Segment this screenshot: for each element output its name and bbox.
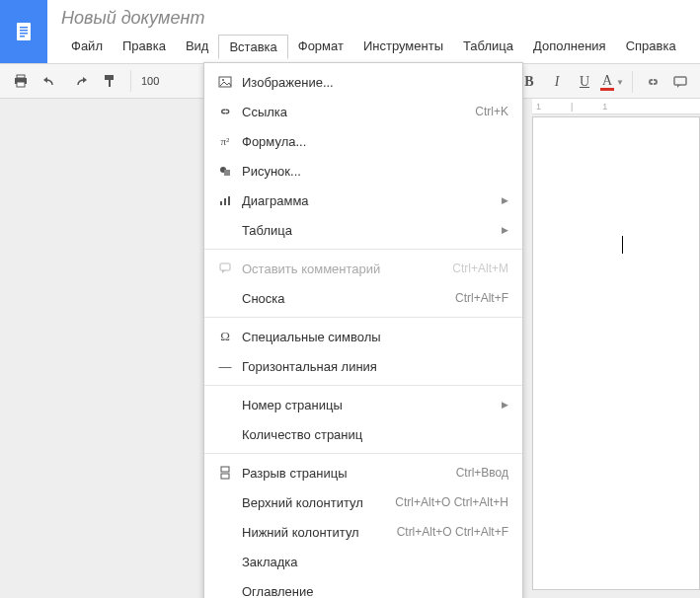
- app-logo[interactable]: [0, 0, 47, 63]
- svg-rect-7: [17, 82, 25, 87]
- submenu-arrow-icon: ▶: [502, 400, 508, 410]
- redo-icon: [72, 73, 88, 89]
- svg-rect-10: [674, 77, 686, 85]
- menu-label: Оглавление: [236, 584, 508, 599]
- drawing-icon: [214, 164, 236, 178]
- doc-title[interactable]: Новый документ: [61, 8, 690, 29]
- menu-item-table[interactable]: Таблица ▶: [204, 215, 522, 245]
- undo-button[interactable]: [38, 68, 63, 94]
- menu-item-bookmark[interactable]: Закладка: [204, 547, 522, 576]
- image-icon: [214, 75, 236, 89]
- ruler-mark: |: [571, 102, 573, 112]
- menu-item-page-number[interactable]: Номер страницы ▶: [204, 390, 522, 419]
- menu-label: Таблица: [236, 223, 502, 238]
- menu-edit[interactable]: Правка: [113, 35, 176, 59]
- menu-separator: [204, 317, 522, 318]
- menubar: Файл Правка Вид Вставка Формат Инструмен…: [61, 35, 690, 59]
- menu-item-chart[interactable]: Диаграмма ▶: [204, 186, 522, 215]
- menu-separator: [204, 453, 522, 454]
- menu-label: Номер страницы: [236, 398, 502, 412]
- svg-rect-18: [220, 263, 230, 270]
- menu-shortcut: Ctrl+K: [475, 105, 508, 118]
- document-page[interactable]: [532, 116, 700, 590]
- svg-rect-19: [221, 467, 229, 472]
- text-color-label: A: [602, 73, 612, 89]
- menu-insert[interactable]: Вставка: [218, 35, 287, 59]
- menu-item-comment: Оставить комментарий Ctrl+Alt+M: [204, 254, 522, 283]
- menu-label: Горизонтальная линия: [236, 359, 508, 374]
- menu-shortcut: Ctrl+Alt+M: [452, 262, 508, 275]
- svg-rect-4: [20, 36, 25, 37]
- link-icon: [645, 74, 661, 90]
- comment-icon: [672, 74, 688, 90]
- svg-rect-16: [224, 198, 226, 205]
- menu-separator: [204, 385, 522, 386]
- insert-comment-button[interactable]: [668, 70, 692, 94]
- menu-item-footnote[interactable]: Сноска Ctrl+Alt+F: [204, 283, 522, 313]
- svg-rect-9: [109, 80, 111, 87]
- menu-tools[interactable]: Инструменты: [353, 35, 453, 59]
- redo-button[interactable]: [67, 68, 93, 94]
- menu-item-drawing[interactable]: Рисунок...: [204, 156, 522, 186]
- menu-label: Ссылка: [236, 105, 475, 119]
- menu-label: Нижний колонтитул: [236, 525, 397, 540]
- menu-separator: [204, 249, 522, 250]
- menu-shortcut: Ctrl+Alt+O Ctrl+Alt+F: [397, 525, 508, 539]
- doc-icon: [12, 20, 36, 43]
- hr-icon: —: [214, 359, 236, 374]
- text-color-button[interactable]: A ▼: [600, 70, 624, 94]
- italic-button[interactable]: I: [545, 70, 569, 94]
- menu-format[interactable]: Формат: [288, 35, 353, 59]
- menu-item-special-chars[interactable]: Ω Специальные символы: [204, 322, 522, 351]
- menu-item-hr[interactable]: — Горизонтальная линия: [204, 351, 522, 381]
- underline-button[interactable]: U: [573, 70, 596, 94]
- menu-item-header[interactable]: Верхний колонтитул Ctrl+Alt+O Ctrl+Alt+H: [204, 487, 522, 517]
- menu-item-link[interactable]: Ссылка Ctrl+K: [204, 97, 522, 126]
- separator: [130, 70, 131, 92]
- insert-dropdown: Изображение... Ссылка Ctrl+K π² Формула.…: [203, 62, 523, 598]
- insert-link-button[interactable]: [641, 70, 664, 94]
- svg-rect-15: [220, 201, 222, 205]
- svg-rect-1: [20, 27, 28, 29]
- menu-addons[interactable]: Дополнения: [523, 35, 616, 59]
- menu-label: Количество страниц: [236, 427, 508, 442]
- svg-rect-14: [224, 170, 230, 176]
- svg-rect-17: [228, 196, 230, 205]
- menu-help[interactable]: Справка: [616, 35, 686, 59]
- menu-item-page-count[interactable]: Количество страниц: [204, 419, 522, 449]
- page-break-icon: [214, 466, 236, 480]
- svg-rect-5: [17, 75, 25, 78]
- menu-item-footer[interactable]: Нижний колонтитул Ctrl+Alt+O Ctrl+Alt+F: [204, 517, 522, 547]
- print-icon: [13, 73, 29, 89]
- menu-file[interactable]: Файл: [61, 35, 113, 59]
- svg-rect-3: [20, 33, 28, 35]
- menu-item-equation[interactable]: π² Формула...: [204, 126, 522, 156]
- menu-table[interactable]: Таблица: [453, 35, 523, 59]
- menu-label: Верхний колонтитул: [236, 495, 395, 510]
- menu-label: Разрыв страницы: [236, 466, 456, 481]
- menu-label: Рисунок...: [236, 164, 508, 179]
- svg-rect-2: [20, 30, 28, 32]
- paint-format-button[interactable]: [97, 68, 122, 94]
- submenu-arrow-icon: ▶: [502, 195, 508, 205]
- equation-icon: π²: [214, 135, 236, 147]
- ruler[interactable]: 1 | 1: [532, 99, 700, 114]
- menu-item-image[interactable]: Изображение...: [204, 67, 522, 97]
- menu-label: Изображение...: [236, 75, 508, 90]
- separator: [632, 71, 633, 93]
- menu-item-toc[interactable]: Оглавление: [204, 576, 522, 598]
- italic-label: I: [555, 74, 560, 90]
- menu-label: Закладка: [236, 555, 508, 569]
- dropdown-icon: ▼: [616, 78, 624, 87]
- svg-point-12: [222, 79, 224, 81]
- menu-label: Специальные символы: [236, 330, 508, 344]
- svg-rect-8: [105, 75, 114, 80]
- menu-view[interactable]: Вид: [176, 35, 219, 59]
- print-button[interactable]: [8, 68, 34, 94]
- menu-shortcut: Ctrl+Alt+O Ctrl+Alt+H: [395, 495, 508, 509]
- omega-icon: Ω: [214, 329, 236, 344]
- ruler-mark: 1: [602, 102, 607, 112]
- submenu-arrow-icon: ▶: [502, 225, 508, 235]
- zoom-select[interactable]: 100: [137, 75, 163, 87]
- menu-item-page-break[interactable]: Разрыв страницы Ctrl+Ввод: [204, 458, 522, 487]
